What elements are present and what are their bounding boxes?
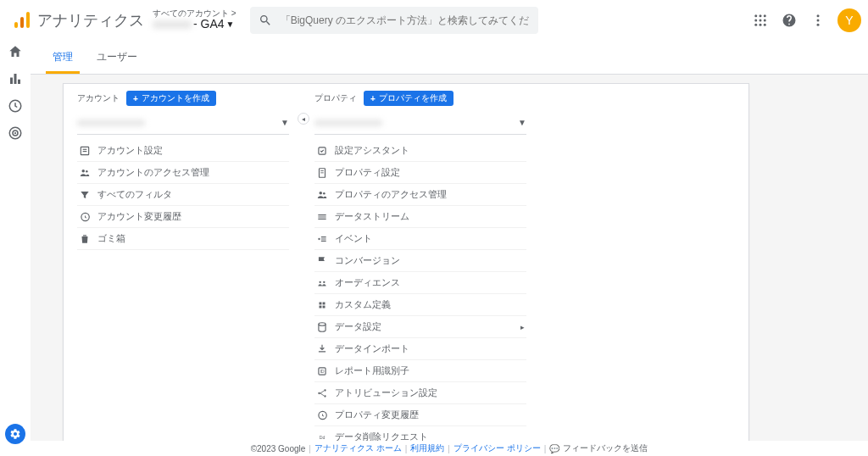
- menu-item-history[interactable]: プロパティ変更履歴: [314, 404, 526, 426]
- menu-item-label: データインポート: [335, 342, 409, 355]
- svg-point-45: [324, 395, 326, 397]
- search-input[interactable]: [272, 14, 530, 26]
- menu-item-stream[interactable]: データストリーム: [314, 206, 526, 228]
- svg-point-12: [817, 14, 820, 17]
- menu-item-page[interactable]: プロパティ設定: [314, 162, 526, 184]
- svg-point-13: [817, 19, 820, 21]
- menu-item-assistant[interactable]: 設定アシスタント: [314, 140, 526, 162]
- svg-rect-38: [320, 305, 322, 308]
- account-breadcrumb[interactable]: すべてのアカウント > - GA4 ▼: [153, 8, 236, 31]
- svg-point-6: [754, 19, 757, 21]
- menu-item-history[interactable]: アカウント変更履歴: [77, 206, 289, 228]
- menu-item-event[interactable]: イベント: [314, 228, 526, 250]
- svg-rect-15: [10, 78, 13, 85]
- svg-text:Dd: Dd: [320, 435, 326, 440]
- svg-point-44: [324, 389, 326, 391]
- apps-grid-icon[interactable]: [753, 13, 768, 28]
- footer-privacy-link[interactable]: プライバシー ポリシー: [453, 442, 541, 454]
- menu-item-data[interactable]: データ設定▸: [314, 316, 526, 338]
- user-avatar[interactable]: Y: [837, 8, 861, 32]
- svg-point-34: [320, 281, 321, 282]
- svg-rect-36: [320, 302, 322, 304]
- admin-gear-button[interactable]: [5, 424, 25, 444]
- svg-point-25: [82, 169, 86, 172]
- svg-point-5: [764, 14, 766, 17]
- svg-point-40: [319, 322, 326, 325]
- footer-feedback-link[interactable]: フィードバックを送信: [563, 442, 648, 454]
- admin-scroll[interactable]: アカウント アカウントを作成 ▼ アカウント設定アカウントのアクセス管理すべての…: [64, 84, 748, 441]
- tab-user[interactable]: ユーザー: [85, 41, 149, 74]
- account-selector[interactable]: ▼: [77, 111, 289, 135]
- svg-point-21: [14, 132, 16, 134]
- menu-item-label: アカウントのアクセス管理: [97, 166, 209, 179]
- reports-icon[interactable]: [8, 71, 23, 86]
- footer-terms-link[interactable]: 利用規約: [410, 442, 444, 454]
- svg-text:ID: ID: [320, 369, 324, 374]
- svg-point-4: [760, 14, 762, 17]
- admin-tabs: 管理 ユーザー: [31, 41, 868, 75]
- menu-item-people[interactable]: プロパティのアクセス管理: [314, 184, 526, 206]
- menu-item-label: すべてのフィルタ: [97, 188, 172, 201]
- advertising-icon[interactable]: [8, 125, 23, 141]
- svg-rect-1: [20, 17, 24, 28]
- property-selector[interactable]: ▼: [314, 111, 526, 135]
- menu-item-label: アカウント設定: [97, 144, 163, 157]
- menu-item-label: プロパティ設定: [335, 166, 400, 179]
- svg-point-32: [323, 192, 326, 194]
- svg-point-11: [764, 23, 766, 25]
- analytics-logo-icon: [12, 10, 32, 31]
- menu-item-label: 設定アシスタント: [335, 144, 409, 157]
- menu-item-filter[interactable]: すべてのフィルタ: [77, 184, 289, 206]
- menu-item-label: プロパティ変更履歴: [335, 409, 419, 421]
- svg-point-33: [318, 237, 320, 239]
- menu-item-flag[interactable]: コンバージョン: [314, 250, 526, 272]
- svg-rect-24: [83, 151, 87, 152]
- collapse-account-column-button[interactable]: ◂: [298, 113, 309, 125]
- menu-item-label: オーディエンス: [335, 276, 400, 289]
- chevron-down-icon: ▼: [518, 118, 526, 127]
- create-property-button[interactable]: プロパティを作成: [364, 91, 453, 106]
- svg-rect-2: [26, 12, 30, 28]
- property-label: プロパティ: [314, 92, 357, 104]
- chevron-down-icon: ▼: [281, 118, 289, 127]
- svg-rect-17: [18, 80, 20, 84]
- gear-icon: [9, 428, 21, 440]
- product-name: アナリティクス: [37, 10, 144, 31]
- search-icon: [259, 14, 272, 27]
- menu-item-trash[interactable]: ゴミ箱: [77, 228, 289, 250]
- menu-item-import[interactable]: データインポート: [314, 338, 526, 360]
- svg-point-35: [323, 281, 325, 282]
- menu-item-label: カスタム定義: [335, 298, 391, 311]
- property-column: プロパティ プロパティを作成 ▼ 設定アシスタントプロパティ設定プロパティのアク…: [314, 91, 526, 441]
- admin-card: アカウント アカウントを作成 ▼ アカウント設定アカウントのアクセス管理すべての…: [63, 83, 749, 441]
- footer-home-link[interactable]: アナリティクス ホーム: [314, 442, 402, 454]
- menu-item-attribution[interactable]: アトリビューション設定: [314, 382, 526, 404]
- account-name-blurred: [77, 120, 145, 126]
- svg-rect-37: [323, 302, 326, 304]
- explore-icon[interactable]: [8, 98, 23, 114]
- svg-rect-29: [320, 170, 324, 171]
- create-account-button[interactable]: アカウントを作成: [126, 91, 216, 106]
- menu-item-report-id[interactable]: IDレポート用識別子: [314, 360, 526, 382]
- help-icon[interactable]: [782, 13, 797, 28]
- search-box[interactable]: [250, 7, 538, 34]
- menu-item-audience[interactable]: オーディエンス: [314, 272, 526, 294]
- tab-admin[interactable]: 管理: [41, 41, 85, 74]
- menu-item-label: イベント: [335, 232, 372, 245]
- menu-item-settings-page[interactable]: アカウント設定: [77, 140, 289, 162]
- admin-page: 管理 ユーザー アカウント アカウントを作成 ▼ アカウント設定アカウントのアク…: [31, 41, 868, 441]
- menu-item-delete-req[interactable]: Ddデータ削除リクエスト: [314, 426, 526, 441]
- svg-point-14: [817, 23, 820, 25]
- more-vert-icon[interactable]: [810, 13, 826, 28]
- svg-point-3: [754, 14, 757, 17]
- breadcrumb-suffix: - GA4: [193, 18, 225, 31]
- home-icon[interactable]: [8, 44, 23, 59]
- account-label: アカウント: [77, 92, 120, 104]
- menu-item-people[interactable]: アカウントのアクセス管理: [77, 162, 289, 184]
- footer: ©2023 Google | アナリティクス ホーム | 利用規約 | プライバ…: [31, 441, 868, 456]
- menu-item-custom[interactable]: カスタム定義: [314, 294, 526, 316]
- svg-rect-16: [14, 74, 17, 84]
- account-name-blurred: [153, 20, 192, 29]
- copyright: ©2023 Google: [251, 444, 306, 453]
- menu-item-label: アトリビューション設定: [335, 386, 437, 399]
